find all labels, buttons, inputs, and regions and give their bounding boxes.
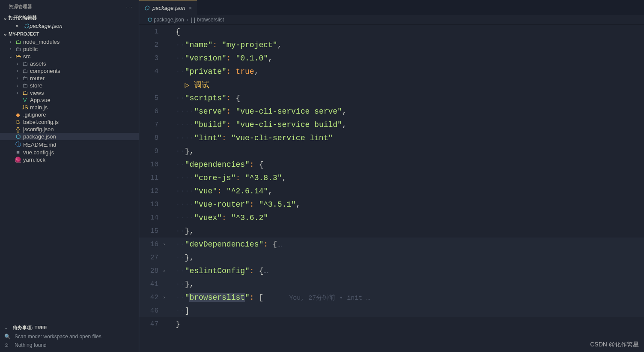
- folder-item[interactable]: ›🗀router: [0, 75, 139, 82]
- code-line[interactable]: 7····"build": "vue-cli-service build",: [139, 118, 644, 131]
- code-line[interactable]: 47}: [139, 317, 644, 331]
- play-icon[interactable]: ▷: [176, 81, 194, 90]
- project-section[interactable]: ⌄ MY-PROJECT: [0, 30, 139, 38]
- code-line[interactable]: 2··"name": "my-project",: [139, 38, 644, 51]
- line-number: 47: [139, 320, 163, 328]
- tree-label: vue.config.js: [22, 149, 54, 156]
- file-icon: ≡: [14, 149, 22, 156]
- tree-label: App.vue: [29, 97, 51, 103]
- code-content: ··},: [171, 253, 644, 262]
- file-item[interactable]: JSmain.js: [0, 104, 139, 111]
- editor-area: ⬡ package.json × ⬡package.json › [ ]brow…: [139, 0, 644, 352]
- folder-icon: 🗀: [14, 46, 22, 52]
- file-item[interactable]: {}jsconfig.json: [0, 126, 139, 133]
- code-line[interactable]: 5··"scripts": {: [139, 91, 644, 105]
- tree-label: store: [29, 82, 42, 89]
- code-line[interactable]: 41··},: [139, 277, 644, 291]
- fold-icon[interactable]: ›: [163, 242, 171, 247]
- close-icon[interactable]: ×: [15, 23, 24, 29]
- code-content: ··"eslintConfig": {…: [171, 267, 644, 275]
- code-line[interactable]: 8····"lint": "vue-cli-service lint": [139, 131, 644, 144]
- file-item[interactable]: ⬡package.json: [0, 133, 139, 140]
- code-line[interactable]: 14····"vuex": "^3.6.2": [139, 211, 644, 224]
- hexagon-icon: ⬡: [144, 5, 149, 11]
- line-number: 6: [139, 108, 163, 115]
- tab-package-json[interactable]: ⬡ package.json ×: [139, 0, 197, 15]
- code-line[interactable]: 12····"vue": "^2.6.14",: [139, 184, 644, 198]
- code-line[interactable]: 27··},: [139, 251, 644, 264]
- fold-icon[interactable]: ›: [163, 268, 171, 274]
- code-line[interactable]: 15··},: [139, 224, 644, 238]
- close-icon[interactable]: ×: [189, 5, 192, 11]
- chevron-down-icon: ⌄: [2, 15, 9, 21]
- folder-item[interactable]: ›🗀store: [0, 82, 139, 89]
- scan-mode-row[interactable]: 🔍 Scan mode: workspace and open files: [4, 332, 134, 341]
- file-item[interactable]: ≡vue.config.js: [0, 149, 139, 156]
- breadcrumb[interactable]: ⬡package.json › [ ]browserslist: [139, 15, 644, 25]
- folder-icon: 🗀: [21, 82, 29, 89]
- line-number: 7: [139, 121, 163, 129]
- nothing-found-label: Nothing found: [15, 342, 47, 348]
- chevron-right-icon: ›: [15, 90, 21, 95]
- explorer-more-icon[interactable]: ···: [126, 4, 133, 9]
- code-content: ▷ 调试: [171, 80, 644, 90]
- code-line[interactable]: 28›··"eslintConfig": {…: [139, 264, 644, 277]
- file-icon: JS: [21, 104, 29, 111]
- code-content: ····"serve": "vue-cli-service serve",: [171, 107, 644, 116]
- fold-icon[interactable]: ›: [163, 295, 171, 300]
- tree-label: src: [22, 53, 30, 60]
- chevron-right-icon: ›: [15, 69, 21, 73]
- code-line[interactable]: ▷ 调试: [139, 78, 644, 91]
- file-item[interactable]: Bbabel.config.js: [0, 118, 139, 126]
- tree-label: yarn.lock: [22, 156, 45, 163]
- debug-codelens[interactable]: 调试: [194, 81, 209, 90]
- line-number: 2: [139, 41, 163, 49]
- code-line[interactable]: 16›··"devDependencies": {…: [139, 238, 644, 251]
- line-number: 16: [139, 241, 163, 248]
- file-icon: V: [21, 97, 29, 103]
- line-number: 1: [139, 28, 163, 36]
- open-editors-label: 打开的编辑器: [9, 15, 37, 21]
- code-line[interactable]: 46··]: [139, 304, 644, 317]
- code-content: ··},: [171, 227, 644, 235]
- folder-item[interactable]: ›🗀node_modules: [0, 38, 139, 45]
- folder-item[interactable]: ›🗀public: [0, 45, 139, 53]
- line-number: 8: [139, 134, 163, 142]
- folder-icon: 🗀: [21, 75, 29, 81]
- file-item[interactable]: VApp.vue: [0, 96, 139, 104]
- code-line[interactable]: 11····"core-js": "^3.8.3",: [139, 171, 644, 184]
- code-content: ··"devDependencies": {…: [171, 240, 644, 249]
- folder-item[interactable]: ›🗀assets: [0, 60, 139, 67]
- code-line[interactable]: 4··"private": true,: [139, 65, 644, 78]
- code-line[interactable]: 42›··"browserslist": [You, 27分钟前 • init …: [139, 291, 644, 304]
- code-content: ··"dependencies": {: [171, 160, 644, 169]
- open-editors-section[interactable]: ⌄ 打开的编辑器: [0, 13, 139, 22]
- code-line[interactable]: 10··"dependencies": {: [139, 158, 644, 171]
- folder-item[interactable]: ›🗀components: [0, 67, 139, 75]
- tree-label: public: [22, 46, 38, 52]
- file-icon: B: [14, 119, 22, 125]
- file-item[interactable]: ⓘREADME.md: [0, 140, 139, 149]
- file-item[interactable]: 🧶yarn.lock: [0, 156, 139, 163]
- tree-label: package.json: [22, 133, 56, 140]
- code-line[interactable]: 9··},: [139, 144, 644, 158]
- line-number: 14: [139, 214, 163, 222]
- code-line[interactable]: 3··"version": "0.1.0",: [139, 51, 644, 65]
- open-editor-item[interactable]: × ⬡ package.json: [0, 22, 139, 30]
- code-line[interactable]: 1{: [139, 25, 644, 38]
- folder-item[interactable]: ⌄🗁src: [0, 53, 139, 60]
- code-editor[interactable]: 1{2··"name": "my-project",3··"version": …: [139, 25, 644, 352]
- code-content: ····"core-js": "^3.8.3",: [171, 174, 644, 182]
- file-item[interactable]: ◆.gitignore: [0, 111, 139, 118]
- code-line[interactable]: 6····"serve": "vue-cli-service serve",: [139, 105, 644, 118]
- open-file-label: package.json: [29, 23, 63, 29]
- tree-label: main.js: [29, 104, 48, 111]
- folder-icon: 🗀: [14, 39, 22, 45]
- todo-section[interactable]: ⌄ 待办事项: TREE: [4, 323, 134, 332]
- code-content: }: [171, 320, 644, 328]
- code-content: ··"version": "0.1.0",: [171, 54, 644, 63]
- folder-item[interactable]: ›🗀views: [0, 89, 139, 96]
- code-line[interactable]: 13····"vue-router": "^3.5.1",: [139, 198, 644, 211]
- folder-icon: 🗀: [21, 60, 29, 67]
- bracket-icon: [ ]: [191, 17, 195, 23]
